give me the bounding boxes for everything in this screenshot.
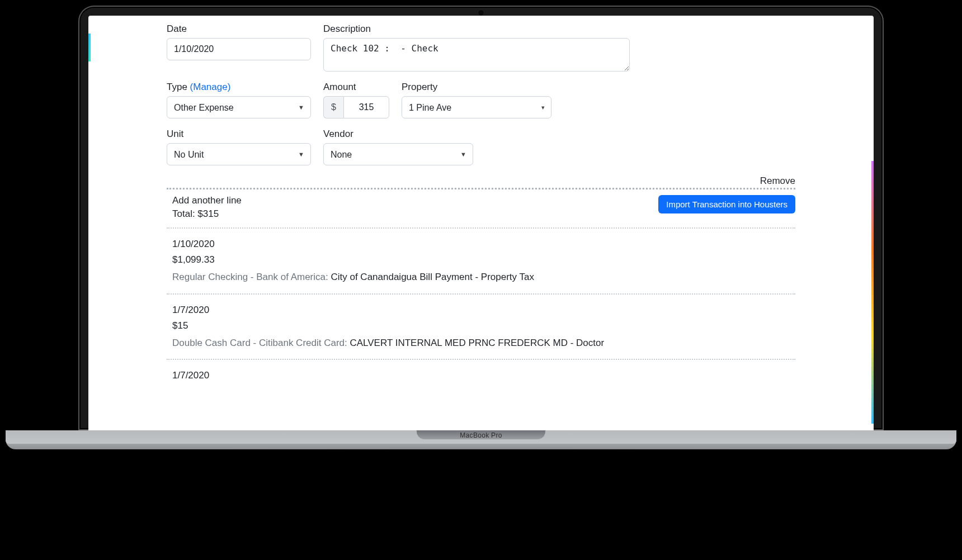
transaction-desc: City of Canandaigua Bill Payment - Prope… bbox=[331, 272, 534, 282]
remove-link[interactable]: Remove bbox=[760, 175, 795, 187]
date-input[interactable] bbox=[167, 38, 311, 60]
type-label: Type (Manage) bbox=[167, 82, 311, 93]
field-date: Date bbox=[167, 23, 311, 60]
transaction-line: Regular Checking - Bank of America: City… bbox=[172, 270, 795, 284]
amount-group: $ bbox=[323, 96, 389, 118]
field-vendor: Vendor None ▼ bbox=[323, 129, 473, 165]
description-label: Description bbox=[323, 23, 630, 35]
transaction-date: 1/10/2020 bbox=[172, 239, 795, 250]
field-description: Description Check 102 : - Check bbox=[323, 23, 630, 72]
transaction-desc: CALVERT INTERNAL MED PRNC FREDERCK MD - … bbox=[350, 338, 604, 348]
transaction-source: Double Cash Card - Citibank Credit Card: bbox=[172, 338, 350, 348]
unit-label: Unit bbox=[167, 129, 311, 140]
transaction-amount: $1,099.33 bbox=[172, 254, 795, 265]
screen-bezel: Date Description Check 102 : - Check Typ… bbox=[78, 6, 884, 430]
date-label: Date bbox=[167, 23, 311, 35]
row-type-amount-property: Type (Manage) Other Expense ▼ Amount bbox=[167, 82, 795, 118]
type-select[interactable]: Other Expense bbox=[167, 96, 311, 118]
row-unit-vendor: Unit No Unit ▼ Vendor None bbox=[167, 129, 795, 165]
property-select[interactable]: 1 Pine Ave bbox=[402, 96, 551, 118]
type-manage-link[interactable]: (Manage) bbox=[190, 82, 231, 92]
field-amount: Amount $ bbox=[323, 82, 389, 118]
vendor-select-wrap: None ▼ bbox=[323, 143, 473, 165]
row-date-description: Date Description Check 102 : - Check bbox=[167, 23, 795, 72]
field-unit: Unit No Unit ▼ bbox=[167, 129, 311, 165]
remove-row: Remove bbox=[167, 175, 795, 187]
amount-label: Amount bbox=[323, 82, 389, 93]
add-total-left: Add another line Total: $315 bbox=[172, 195, 242, 220]
unit-select-wrap: No Unit ▼ bbox=[167, 143, 311, 165]
accent-edge-left bbox=[88, 34, 91, 61]
total-text: Total: $315 bbox=[172, 208, 242, 220]
transaction-form: Date Description Check 102 : - Check Typ… bbox=[88, 16, 874, 395]
transaction-line: Double Cash Card - Citibank Credit Card:… bbox=[172, 336, 795, 350]
add-line-link[interactable]: Add another line bbox=[172, 195, 242, 206]
currency-prefix: $ bbox=[323, 96, 343, 118]
camera-dot bbox=[478, 10, 484, 16]
description-textarea[interactable]: Check 102 : - Check bbox=[323, 38, 630, 72]
amount-input[interactable] bbox=[343, 96, 389, 118]
transaction-item[interactable]: 1/10/2020 $1,099.33 Regular Checking - B… bbox=[167, 229, 795, 293]
transaction-item[interactable]: 1/7/2020 $15 Double Cash Card - Citibank… bbox=[167, 295, 795, 359]
import-button[interactable]: Import Transaction into Housters bbox=[658, 195, 795, 213]
type-label-text: Type bbox=[167, 82, 187, 92]
type-select-wrap: Other Expense ▼ bbox=[167, 96, 311, 118]
device-base: MacBook Pro bbox=[6, 430, 956, 449]
property-label: Property bbox=[402, 82, 551, 93]
field-type: Type (Manage) Other Expense ▼ bbox=[167, 82, 311, 118]
vendor-label: Vendor bbox=[323, 129, 473, 140]
transaction-amount: $15 bbox=[172, 320, 795, 331]
accent-edge-right bbox=[871, 161, 874, 424]
transaction-date: 1/7/2020 bbox=[172, 370, 795, 381]
vendor-select[interactable]: None bbox=[323, 143, 473, 165]
field-property: Property 1 Pine Ave ▾ bbox=[402, 82, 551, 118]
transaction-date: 1/7/2020 bbox=[172, 305, 795, 316]
screen: Date Description Check 102 : - Check Typ… bbox=[88, 16, 874, 430]
device-brand: MacBook Pro bbox=[460, 431, 502, 439]
transaction-item[interactable]: 1/7/2020 bbox=[167, 360, 795, 395]
transaction-source: Regular Checking - Bank of America: bbox=[172, 272, 331, 282]
unit-select[interactable]: No Unit bbox=[167, 143, 311, 165]
property-select-wrap: 1 Pine Ave ▾ bbox=[402, 96, 551, 118]
device-frame: Date Description Check 102 : - Check Typ… bbox=[78, 6, 884, 449]
add-total-row: Add another line Total: $315 Import Tran… bbox=[167, 189, 795, 227]
